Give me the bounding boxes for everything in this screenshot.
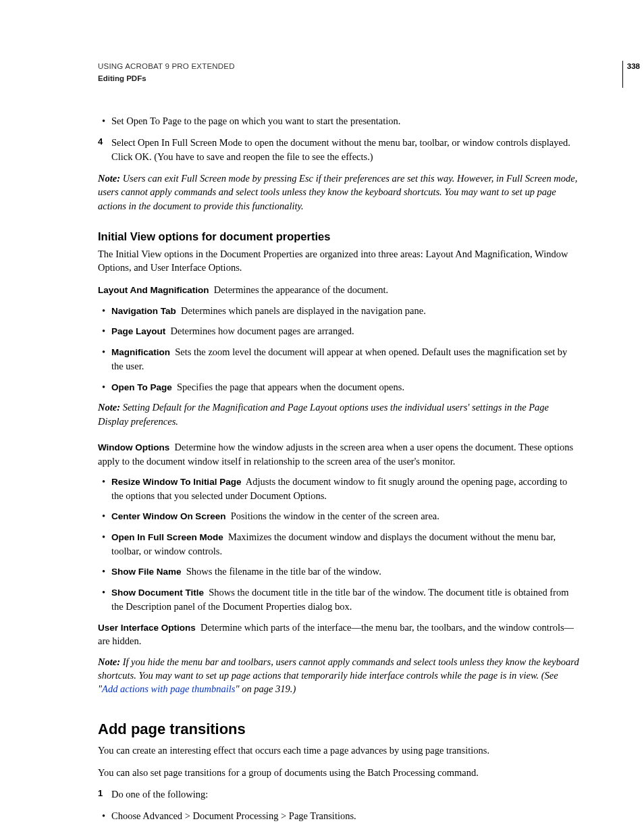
body-text: You can also set page transitions for a … <box>98 766 580 779</box>
note-label: Note: <box>98 656 120 667</box>
definition-row: Open In Full Screen Mode Maximizes the d… <box>98 530 580 558</box>
list-item: Set Open To Page to the page on which yo… <box>98 114 580 128</box>
term-desc: Sets the zoom level the document will ap… <box>111 346 567 371</box>
sub-bullet-list: Choose Advanced > Document Processing > … <box>98 809 580 823</box>
header-section-name: Editing PDFs <box>98 73 580 84</box>
document-page: USING ACROBAT 9 PRO EXTENDED Editing PDF… <box>0 0 644 834</box>
definition-row: Show File Name Shows the filename in the… <box>98 565 580 579</box>
definition-row: Resize Window To Initial Page Adjusts th… <box>98 475 580 502</box>
note-label: Note: <box>98 402 120 413</box>
definition-row: Open To Page Specifies the page that app… <box>98 380 580 394</box>
term-open-to-page: Open To Page <box>111 382 172 392</box>
definition-row: Magnification Sets the zoom level the do… <box>98 345 580 373</box>
term-magnification: Magnification <box>111 347 170 357</box>
header-product-name: USING ACROBAT 9 PRO EXTENDED <box>98 61 580 72</box>
definition-row: Page Layout Determines how document page… <box>98 324 580 338</box>
body-text: You can create an interesting effect tha… <box>98 744 580 757</box>
term-ui-options: User Interface Options <box>98 623 196 633</box>
definition-row: Show Document Title Shows the document t… <box>98 585 580 613</box>
definition-row: Center Window On Screen Positions the wi… <box>98 509 580 523</box>
term-page-layout: Page Layout <box>111 326 165 336</box>
list-item: 1 Do one of the following: <box>98 787 580 801</box>
section-heading-initial-view: Initial View options for document proper… <box>98 229 580 244</box>
note-block: Note: Users can exit Full Screen mode by… <box>98 172 580 213</box>
list-item: 4 Select Open In Full Screen Mode to ope… <box>98 136 580 163</box>
term-full-screen: Open In Full Screen Mode <box>111 532 223 542</box>
section-intro: The Initial View options in the Document… <box>98 247 580 275</box>
term-desc: Determine how the window adjusts in the … <box>98 442 573 467</box>
list-item-text: Choose Advanced > Document Processing > … <box>111 810 356 821</box>
section-heading-page-transitions: Add page transitions <box>98 719 580 740</box>
note-text: Setting Default for the Magnification an… <box>98 402 549 426</box>
term-show-doc-title: Show Document Title <box>111 588 204 598</box>
definition-row: Window Options Determine how the window … <box>98 440 580 468</box>
note-block: Note: Setting Default for the Magnificat… <box>98 400 580 428</box>
note-text-post: " on page 319.) <box>235 683 296 694</box>
list-item-text: Select Open In Full Screen Mode to open … <box>111 137 570 161</box>
steps-list: 1 Do one of the following: <box>98 787 580 801</box>
term-navigation-tab: Navigation Tab <box>111 306 176 316</box>
intro-step-list: 4 Select Open In Full Screen Mode to ope… <box>98 136 580 163</box>
page-number: 338 <box>622 61 644 88</box>
term-desc: Determines the appearance of the documen… <box>214 284 388 295</box>
note-label: Note: <box>98 173 120 184</box>
term-window-options: Window Options <box>98 442 169 452</box>
term-center-window: Center Window On Screen <box>111 511 225 521</box>
term-desc: Determines which panels are displayed in… <box>181 305 426 316</box>
note-text: Users can exit Full Screen mode by press… <box>98 173 577 211</box>
page-header: USING ACROBAT 9 PRO EXTENDED Editing PDF… <box>98 61 580 84</box>
list-item: Choose Advanced > Document Processing > … <box>98 809 580 823</box>
xref-link-page-thumbnails[interactable]: Add actions with page thumbnails <box>102 683 235 694</box>
term-desc: Determines how document pages are arrang… <box>171 325 354 336</box>
definition-row: Navigation Tab Determines which panels a… <box>98 304 580 318</box>
term-show-filename: Show File Name <box>111 567 182 577</box>
definition-row: Layout And Magnification Determines the … <box>98 283 580 297</box>
term-desc: Positions the window in the center of th… <box>231 511 439 521</box>
list-item-text: Set Open To Page to the page on which yo… <box>111 115 400 126</box>
note-block: Note: If you hide the menu bar and toolb… <box>98 655 580 696</box>
list-item-text: Do one of the following: <box>111 789 208 800</box>
term-resize-window: Resize Window To Initial Page <box>111 477 241 487</box>
step-number: 1 <box>98 787 103 800</box>
term-desc: Shows the filename in the title bar of t… <box>186 566 381 577</box>
step-number: 4 <box>98 136 103 148</box>
definition-row: User Interface Options Determine which p… <box>98 621 580 648</box>
intro-bullet-list: Set Open To Page to the page on which yo… <box>98 114 580 128</box>
term-layout-magnification: Layout And Magnification <box>98 285 209 295</box>
term-desc: Specifies the page that appears when the… <box>177 382 404 392</box>
